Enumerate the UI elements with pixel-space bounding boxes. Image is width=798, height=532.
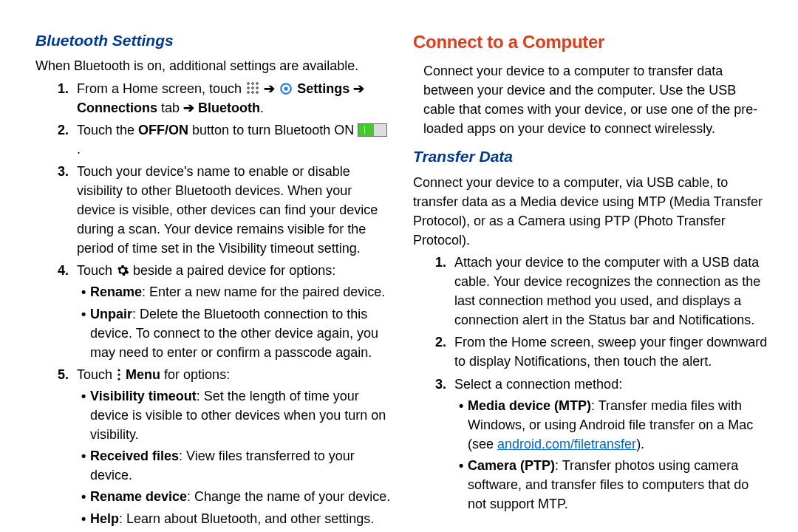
transfer-data-heading: Transfer Data (413, 146, 768, 168)
rename-device-item: Rename device: Change the name of your d… (81, 487, 391, 506)
step4-text-a: Touch (77, 263, 116, 278)
svg-point-3 (117, 373, 120, 375)
settings-label: Settings (297, 81, 349, 96)
help-item: Help: Learn about Bluetooth, and other s… (81, 509, 391, 528)
tstep-3: Select a connection method: Media device… (454, 375, 768, 514)
filetransfer-link[interactable]: android.com/filetransfer (497, 437, 636, 451)
tstep3-text: Select a connection method: (454, 377, 622, 392)
transfer-intro: Connect your device to a computer, via U… (413, 173, 768, 250)
svg-point-2 (117, 369, 120, 371)
svg-point-4 (117, 378, 120, 380)
transfer-steps: Attach your device to the computer with … (413, 253, 768, 514)
toggle-on-icon (358, 123, 387, 137)
connect-intro: Connect your device to a computer to tra… (413, 61, 768, 138)
gear-icon (116, 264, 129, 277)
unpair-item: Unpair: Delete the Bluetooth connection … (81, 304, 391, 362)
bluetooth-intro: When Bluetooth is on, additional setting… (35, 56, 391, 75)
connect-computer-heading: Connect to a Computer (413, 30, 768, 55)
menu-dots-icon (116, 368, 122, 381)
arrow-3: ➔ (183, 100, 198, 115)
step5-text-a: Touch (77, 367, 116, 382)
tstep-2: From the Home screen, sweep your finger … (454, 332, 768, 371)
apps-grid-icon (245, 81, 260, 95)
tab-word: tab (161, 100, 183, 115)
step5-sublist: Visibility timeout: Set the length of ti… (77, 386, 391, 528)
settings-gear-icon (279, 81, 293, 96)
ptp-item: Camera (PTP): Transfer photos using came… (459, 456, 768, 514)
visibility-timeout-item: Visibility timeout: Set the length of ti… (81, 386, 391, 444)
arrow-2: ➔ (353, 81, 364, 96)
step4-sublist: Rename: Enter a new name for the paired … (77, 282, 391, 361)
step-4: Touch beside a paired device for options… (77, 261, 391, 361)
step-3: Touch your device's name to enable or di… (77, 162, 391, 258)
bluetooth-steps: From a Home screen, touch ➔ Settings ➔ C… (35, 79, 391, 528)
tstep-1: Attach your device to the computer with … (454, 253, 768, 330)
connection-methods: Media device (MTP): Transfer media files… (454, 396, 768, 514)
mtp-item: Media device (MTP): Transfer media files… (459, 396, 768, 454)
step1-text-a: From a Home screen, touch (77, 81, 245, 96)
step-5: Touch Menu for options: Visibility timeo… (77, 365, 391, 528)
bluetooth-settings-heading: Bluetooth Settings (35, 30, 391, 52)
connections-label: Connections (77, 100, 157, 115)
right-column: Connect to a Computer Connect your devic… (413, 30, 768, 525)
menu-label: Menu (126, 367, 160, 382)
svg-point-1 (284, 86, 288, 90)
step-2: Touch the OFF/ON button to turn Bluetoot… (77, 120, 391, 159)
bluetooth-label: Bluetooth (198, 100, 260, 115)
step4-text-b: beside a paired device for options: (133, 263, 335, 278)
arrow-1: ➔ (264, 81, 279, 96)
step-1: From a Home screen, touch ➔ Settings ➔ C… (77, 79, 391, 117)
left-column: Bluetooth Settings When Bluetooth is on,… (35, 30, 391, 525)
step5-text-b: for options: (164, 367, 230, 382)
step2-text-a: Touch the (77, 123, 138, 137)
step2-text-b: button to turn Bluetooth ON (192, 123, 358, 137)
received-files-item: Received files: View files transferred t… (81, 446, 391, 485)
rename-item: Rename: Enter a new name for the paired … (81, 282, 391, 301)
offon-label: OFF/ON (138, 123, 188, 137)
